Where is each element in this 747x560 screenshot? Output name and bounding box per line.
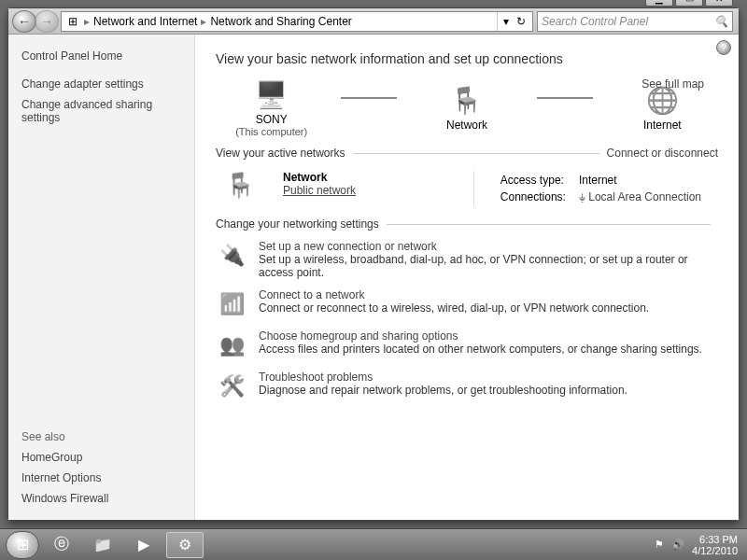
setting-desc: Diagnose and repair network problems, or… <box>259 384 627 397</box>
page-title: View your basic network information and … <box>216 51 718 66</box>
see-also-internet-options[interactable]: Internet Options <box>21 471 181 484</box>
see-also-windows-firewall[interactable]: Windows Firewall <box>21 492 181 505</box>
bench-icon: 🪑 <box>448 83 486 117</box>
control-panel-icon: ⊞ <box>65 14 80 29</box>
setting-desc: Set up a wireless, broadband, dial-up, a… <box>259 253 718 279</box>
change-settings-heading: Change your networking settings <box>216 217 379 231</box>
tray-flag-icon[interactable]: ⚑ <box>655 539 664 551</box>
maximize-button[interactable]: ▭ <box>675 0 703 7</box>
window-body: ? Control Panel Home Change adapter sett… <box>8 35 739 520</box>
address-dropdown[interactable]: ▾ <box>497 12 514 31</box>
search-placeholder: Search Control Panel <box>542 15 648 28</box>
close-button[interactable]: ✕ <box>705 0 733 7</box>
see-also-homegroup[interactable]: HomeGroup <box>21 451 181 464</box>
access-type-value: Internet <box>573 173 707 188</box>
network-map: See full map 🖥️ SONY (This computer) 🪑 N… <box>230 77 704 137</box>
homegroup-icon: 👥 <box>216 329 247 361</box>
map-this-computer: 🖥️ SONY (This computer) <box>230 77 313 137</box>
tray-clock[interactable]: 6:33 PM 4/12/2010 <box>692 534 738 556</box>
setting-desc: Connect or reconnect to a wireless, wire… <box>259 301 649 315</box>
start-button[interactable]: ⊞ <box>6 531 39 559</box>
setting-title: Set up a new connection or network <box>259 240 718 253</box>
setting-setup-connection[interactable]: 🔌 Set up a new connection or network Set… <box>216 240 718 279</box>
sidebar: Control Panel Home Change adapter settin… <box>8 35 195 520</box>
connect-network-icon: 📶 <box>216 288 247 320</box>
taskbar: ⊞ ⓔ 📁 ▶ ⚙ ⚑ 🔊 6:33 PM 4/12/2010 <box>0 528 747 560</box>
address-bar[interactable]: ⊞ ▸ Network and Internet ▸ Network and S… <box>61 11 533 32</box>
sidebar-link-advanced-sharing[interactable]: Change advanced sharing settings <box>21 98 181 124</box>
help-icon[interactable]: ? <box>716 40 731 55</box>
breadcrumb-item[interactable]: Network and Internet <box>93 15 197 28</box>
access-type-label: Access type: <box>495 173 571 188</box>
map-label: SONY <box>256 113 288 126</box>
network-bench-icon: 🪑 <box>225 171 268 204</box>
forward-button[interactable]: → <box>35 10 59 33</box>
sidebar-link-adapter[interactable]: Change adapter settings <box>21 77 181 91</box>
see-full-map-link[interactable]: See full map <box>641 77 704 91</box>
tray-date: 4/12/2010 <box>692 545 738 556</box>
taskbar-explorer-icon[interactable]: 📁 <box>84 532 121 558</box>
minimize-button[interactable]: ▁ <box>645 0 673 7</box>
map-label: Internet <box>643 119 682 132</box>
setting-troubleshoot[interactable]: 🛠️ Troubleshoot problems Diagnose and re… <box>216 371 718 402</box>
connections-label: Connections: <box>495 189 571 204</box>
setting-connect-network[interactable]: 📶 Connect to a network Connect or reconn… <box>216 288 718 320</box>
network-name: Network <box>283 171 356 184</box>
tray-time: 6:33 PM <box>692 534 738 545</box>
active-network-block: 🪑 Network Public network Access type: In… <box>225 171 709 206</box>
back-button[interactable]: ← <box>12 10 36 33</box>
network-type-link[interactable]: Public network <box>283 184 356 197</box>
titlebar: ← → ⊞ ▸ Network and Internet ▸ Network a… <box>8 8 739 35</box>
refresh-button[interactable]: ↻ <box>514 14 529 29</box>
local-area-connection-link[interactable]: Local Area Connection <box>588 190 701 203</box>
breadcrumb-sep: ▸ <box>84 15 90 28</box>
tray-volume-icon[interactable]: 🔊 <box>671 539 684 551</box>
content-pane: View your basic network information and … <box>195 35 739 520</box>
troubleshoot-icon: 🛠️ <box>216 371 247 402</box>
setting-desc: Access files and printers located on oth… <box>259 343 702 356</box>
setting-homegroup[interactable]: 👥 Choose homegroup and sharing options A… <box>216 329 718 361</box>
computer-icon: 🖥️ <box>253 77 290 111</box>
see-also-label: See also <box>21 430 181 443</box>
control-panel-window: ▁ ▭ ✕ ← → ⊞ ▸ Network and Internet ▸ Net… <box>7 7 740 521</box>
nic-icon: ⏚ <box>579 190 585 203</box>
breadcrumb-sep: ▸ <box>201 15 206 28</box>
setup-connection-icon: 🔌 <box>216 240 247 272</box>
taskbar-media-icon[interactable]: ▶ <box>125 532 162 558</box>
sidebar-home-link[interactable]: Control Panel Home <box>21 49 181 63</box>
connect-disconnect-link[interactable]: Connect or disconnect <box>607 147 718 160</box>
settings-list: 🔌 Set up a new connection or network Set… <box>216 240 718 402</box>
map-connector <box>537 97 593 99</box>
search-icon: 🔍 <box>714 15 728 28</box>
search-input[interactable]: Search Control Panel 🔍 <box>537 11 733 32</box>
active-networks-heading: View your active networks <box>216 147 345 160</box>
map-connector <box>341 97 397 99</box>
setting-title: Connect to a network <box>259 288 649 301</box>
setting-title: Troubleshoot problems <box>259 371 627 384</box>
breadcrumb-item[interactable]: Network and Sharing Center <box>210 15 351 28</box>
taskbar-control-panel-icon[interactable]: ⚙ <box>166 532 204 558</box>
setting-title: Choose homegroup and sharing options <box>259 329 702 343</box>
map-label: Network <box>446 119 487 132</box>
map-sublabel: (This computer) <box>235 126 307 137</box>
taskbar-ie-icon[interactable]: ⓔ <box>43 532 80 558</box>
map-network: 🪑 Network <box>425 83 508 132</box>
